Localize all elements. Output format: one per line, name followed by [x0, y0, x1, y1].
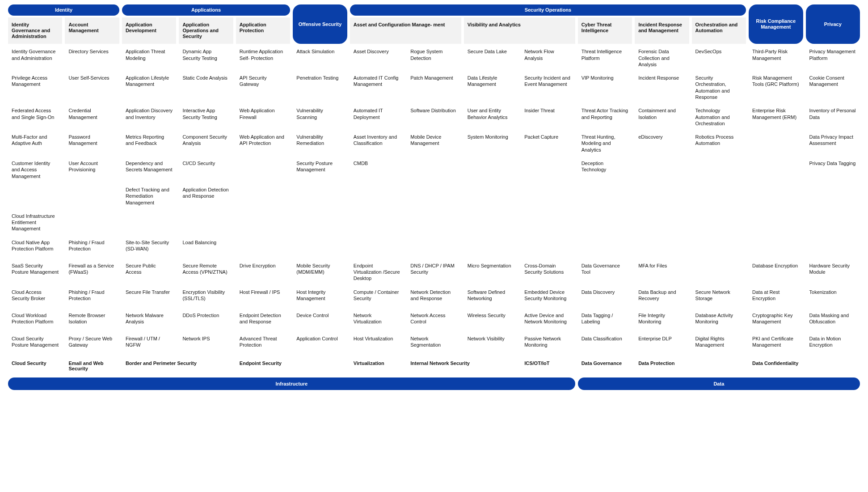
pill-infrastructure: Infrastructure: [8, 377, 575, 390]
item: Asset Inventory and Classification: [350, 131, 404, 156]
item: Incident Response: [635, 72, 689, 103]
main-grid: Identity Applications Offensive Security…: [8, 4, 860, 390]
item: Cloud Security Posture Management: [8, 333, 62, 354]
item: Host Integrity Management: [293, 286, 347, 308]
item: Automated IT Config Management: [350, 72, 404, 103]
item: Database Encryption: [749, 260, 803, 284]
item: Network Flow Analysis: [521, 46, 575, 70]
item: DNS / DHCP / IPAM Security: [407, 260, 461, 284]
item: Component Security Analysis: [179, 131, 233, 156]
item: Data Lifestyle Management: [464, 72, 518, 103]
item: Encryption Visibility (SSL/TLS): [179, 286, 233, 308]
item: Mobile Security (MDM/EMM): [293, 260, 347, 284]
item: Security Incident and Event Management: [521, 72, 575, 103]
item: Proxy / Secure Web Gateway: [65, 333, 119, 354]
item: Phishing / Fraud Protection: [65, 286, 119, 308]
item: VIP Monitoring: [578, 72, 632, 103]
item: Host Virtualization: [350, 333, 404, 354]
item: Secure Remote Access (VPN/ZTNA): [179, 260, 233, 284]
item: Firewall / UTM / NGFW: [122, 333, 176, 354]
item: User Account Provisioning: [65, 157, 119, 182]
item: Enterprise DLP: [635, 333, 689, 354]
item: Attack Simulation: [293, 46, 347, 70]
item: Containment and Isolation: [635, 105, 689, 129]
pill-identity: Identity: [8, 4, 119, 16]
item: User and Entity Behavior Analytics: [464, 105, 518, 129]
item: MFA for Files: [635, 260, 689, 284]
item: Cloud Native App Protection Platform: [8, 237, 62, 258]
item: Identity Governance and Administration: [8, 46, 62, 70]
item: Load Balancing: [179, 237, 233, 258]
item: Threat Hunting, Modeling and Analytics: [578, 131, 632, 156]
item: Compute / Container Security: [350, 286, 404, 308]
item: Patch Management: [407, 72, 461, 103]
item: Data Tagging / Labeling: [578, 310, 632, 331]
pill-privacy: Privacy: [806, 4, 860, 44]
item: Web Application and API Protection: [236, 131, 290, 156]
sub-endpoint: Endpoint Security: [236, 356, 347, 376]
item: Secure Public Access: [122, 260, 176, 284]
item: PKI and Certificate Management: [749, 333, 803, 354]
item: Security Orchestration, Automation and R…: [692, 72, 746, 103]
pill-offensive-security: Offensive Security: [293, 4, 347, 44]
item: Network Detection and Response: [407, 286, 461, 308]
sub-oa: Orchestration and Automation: [692, 17, 746, 44]
sub-acm: Asset and Configuration Manage- ment: [350, 17, 461, 44]
item: DDoS Protection: [179, 310, 233, 331]
sub-cloud-security: Cloud Security: [8, 356, 62, 376]
item: Hardware Security Module: [806, 260, 860, 284]
item: Threat Intelligence Platform: [578, 46, 632, 70]
item: Network Access Control: [407, 310, 461, 331]
item: Software Defined Networking: [464, 286, 518, 308]
item: System Monitoring: [464, 131, 518, 156]
item: Endpoint Virtualization /Secure Desktop: [350, 260, 404, 284]
item: Secure Network Storage: [692, 286, 746, 308]
item: Embedded Device Security Monitoring: [521, 286, 575, 308]
item: Cookie Consent Management: [806, 72, 860, 103]
item: Site-to-Site Security (SD-WAN): [122, 237, 176, 258]
item: Privilege Access Management: [8, 72, 62, 103]
item: Mobile Device Management: [407, 131, 461, 156]
item: Privacy Management Platform: [806, 46, 860, 70]
sub-data-protection: Data Protection: [635, 356, 746, 376]
item: Customer Identity and Access Management: [8, 157, 62, 182]
item: SaaS Security Posture Management: [8, 260, 62, 284]
item: Static Code Analysis: [179, 72, 233, 103]
item: Device Control: [293, 310, 347, 331]
item: Application Threat Modeling: [122, 46, 176, 70]
item: User Self-Services: [65, 72, 119, 103]
item: Application Control: [293, 333, 347, 354]
sub-data-governance: Data Governance: [578, 356, 632, 376]
item: Application Lifestyle Management: [122, 72, 176, 103]
item: Interactive App Security Testing: [179, 105, 233, 129]
security-taxonomy-diagram: Identity Applications Offensive Security…: [0, 0, 868, 398]
item: Privacy Data Tagging: [806, 157, 860, 182]
sub-irm: Incident Response and Management: [635, 17, 689, 44]
item: Forensic Data Collection and Analysis: [635, 46, 689, 70]
item: Data Governance Tool: [578, 260, 632, 284]
item: Firewall as a Service (FWaaS): [65, 260, 119, 284]
item: Remote Browser Isolation: [65, 310, 119, 331]
item: Dynamic App Security Testing: [179, 46, 233, 70]
item: Third-Party Risk Management: [749, 46, 803, 70]
item: Data at Rest Encryption: [749, 286, 803, 308]
pill-risk-compliance: Risk Compliance Management: [749, 4, 803, 44]
item: Vulnerability Scanning: [293, 105, 347, 129]
item: Insider Threat: [521, 105, 575, 129]
item: Network Segmentation: [407, 333, 461, 354]
item: Endpoint Detection and Response: [236, 310, 290, 331]
item: Application Discovery and Inventory: [122, 105, 176, 129]
item: Password Management: [65, 131, 119, 156]
item: Application Detection and Response: [179, 184, 233, 208]
item: Passive Network Monitoring: [521, 333, 575, 354]
item: CI/CD Security: [179, 157, 233, 182]
item: eDiscovery: [635, 131, 689, 156]
item: Risk Management Tools (GRC Platform): [749, 72, 803, 103]
item: Dependency and Secrets Management: [122, 157, 176, 182]
sub-iga: Identity Governance and Administration: [8, 17, 62, 44]
sub-cti: Cyber Threat Intelligence: [578, 17, 632, 44]
item: Runtime Application Self- Protection: [236, 46, 290, 70]
item: Wireless Security: [464, 310, 518, 331]
item: Cross-Domain Security Solutions: [521, 260, 575, 284]
sub-internal-network: Internal Network Security: [407, 356, 518, 376]
